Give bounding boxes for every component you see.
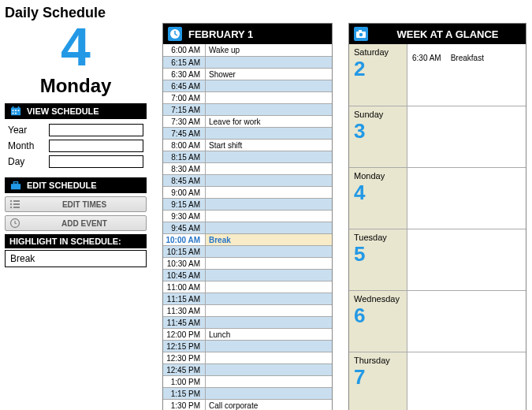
week-day-content <box>407 168 526 229</box>
svg-rect-6 <box>13 113 14 114</box>
schedule-row[interactable]: 1:15 PM <box>163 387 332 399</box>
week-day[interactable]: Thursday7 <box>349 352 526 410</box>
event-cell <box>206 305 332 316</box>
svg-point-20 <box>359 33 363 36</box>
svg-rect-15 <box>13 207 20 208</box>
schedule-row[interactable]: 6:30 AMShower <box>163 68 332 80</box>
event-cell <box>206 388 332 399</box>
time-cell: 12:45 PM <box>163 364 206 375</box>
schedule-row[interactable]: 10:15 AM <box>163 245 332 257</box>
time-cell: 12:00 PM <box>163 329 206 340</box>
week-day[interactable]: Saturday26:30 AMBreakfast <box>349 44 526 106</box>
event-cell <box>206 281 332 293</box>
week-day[interactable]: Tuesday5 <box>349 229 526 290</box>
schedule-row[interactable]: 11:00 AM <box>163 281 332 293</box>
event-cell <box>206 222 332 233</box>
week-glance: WEEK AT A GLANCE Saturday26:30 AMBreakfa… <box>348 23 526 410</box>
schedule-row[interactable]: 6:45 AM <box>163 80 332 91</box>
schedule-row[interactable]: 8:45 AM <box>163 174 332 186</box>
year-input[interactable] <box>49 124 143 136</box>
svg-point-12 <box>10 203 12 205</box>
event-cell <box>206 376 332 387</box>
event-cell: Call corporate <box>206 400 332 410</box>
list-icon <box>9 199 21 210</box>
edit-times-button[interactable]: EDIT TIMES <box>5 196 147 212</box>
schedule-row[interactable]: 9:30 AM <box>163 210 332 222</box>
schedule-row[interactable]: 12:45 PM <box>163 363 332 375</box>
event-cell <box>206 151 332 162</box>
week-header: WEEK AT A GLANCE <box>349 24 526 44</box>
event-cell: Leave for work <box>206 116 332 127</box>
add-event-button[interactable]: ADD EVENT <box>5 215 147 231</box>
date-number: 4 <box>5 20 147 73</box>
time-cell: 10:45 AM <box>163 270 206 281</box>
time-cell: 10:00 AM <box>163 234 206 245</box>
schedule-row[interactable]: 10:30 AM <box>163 257 332 269</box>
month-input[interactable] <box>49 140 143 152</box>
svg-rect-2 <box>18 106 20 109</box>
time-cell: 10:15 AM <box>163 246 206 257</box>
svg-rect-8 <box>11 184 20 189</box>
svg-point-10 <box>10 200 12 202</box>
week-day[interactable]: Wednesday6 <box>349 290 526 352</box>
schedule-row[interactable]: 12:00 PMLunch <box>163 328 332 340</box>
week-day-name: Monday <box>354 171 402 181</box>
schedule-row[interactable]: 1:00 PM <box>163 375 332 387</box>
schedule-row[interactable]: 9:00 AM <box>163 186 332 198</box>
week-day-name: Sunday <box>354 110 402 119</box>
week-day[interactable]: Monday4 <box>349 167 526 229</box>
schedule-row[interactable]: 1:30 PMCall corporate <box>163 399 332 410</box>
svg-point-14 <box>10 207 12 208</box>
day-label: Day <box>8 156 49 167</box>
event-cell <box>206 175 332 186</box>
schedule-row[interactable]: 9:15 AM <box>163 198 332 210</box>
schedule-row[interactable]: 11:30 AM <box>163 304 332 316</box>
week-day[interactable]: Sunday3 <box>349 106 526 167</box>
event-cell <box>206 199 332 210</box>
schedule-row[interactable]: 7:45 AM <box>163 127 332 139</box>
day-input[interactable] <box>49 155 143 168</box>
schedule-row[interactable]: 7:30 AMLeave for work <box>163 115 332 127</box>
schedule-row[interactable]: 12:30 PM <box>163 352 332 363</box>
time-cell: 11:45 AM <box>163 317 206 328</box>
event-cell <box>206 364 332 375</box>
sidebar: 4 Monday VIEW SCHEDULE Year Month Day ED… <box>5 23 147 410</box>
schedule-row[interactable]: 7:00 AM <box>163 91 332 103</box>
schedule-row[interactable]: 10:00 AMBreak <box>163 233 332 245</box>
schedule-row[interactable]: 11:15 AM <box>163 293 332 304</box>
schedule-row[interactable]: 6:15 AM <box>163 56 332 68</box>
schedule-row[interactable]: 10:45 AM <box>163 269 332 281</box>
year-label: Year <box>8 125 49 136</box>
event-cell: Shower <box>206 69 332 80</box>
time-cell: 9:30 AM <box>163 211 206 222</box>
schedule-row[interactable]: 12:15 PM <box>163 340 332 352</box>
time-cell: 8:15 AM <box>163 151 206 162</box>
week-day-content <box>407 291 526 352</box>
daily-header: FEBRUARY 1 <box>163 24 332 44</box>
svg-rect-1 <box>13 106 14 109</box>
schedule-row[interactable]: 9:45 AM <box>163 222 332 233</box>
event-cell <box>206 104 332 115</box>
schedule-row[interactable]: 11:45 AM <box>163 316 332 328</box>
schedule-row[interactable]: 8:00 AMStart shift <box>163 139 332 151</box>
schedule-row[interactable]: 7:15 AM <box>163 103 332 115</box>
svg-rect-19 <box>359 30 362 32</box>
daily-schedule: FEBRUARY 1 6:00 AMWake up6:15 AM6:30 AMS… <box>162 23 333 410</box>
week-event: 6:30 AMBreakfast <box>412 54 521 62</box>
time-cell: 7:45 AM <box>163 128 206 139</box>
event-cell <box>206 317 332 328</box>
event-cell <box>206 246 332 257</box>
daily-header-label: FEBRUARY 1 <box>188 28 253 40</box>
time-cell: 7:00 AM <box>163 92 206 103</box>
event-cell: Lunch <box>206 329 332 340</box>
highlight-value[interactable]: Break <box>5 250 147 267</box>
week-day-number: 3 <box>354 121 402 141</box>
event-cell <box>206 258 332 269</box>
schedule-row[interactable]: 6:00 AMWake up <box>163 44 332 56</box>
week-day-content <box>407 352 526 410</box>
week-day-content <box>407 229 526 290</box>
schedule-row[interactable]: 8:15 AM <box>163 151 332 162</box>
week-day-content <box>407 106 526 167</box>
svg-rect-3 <box>13 110 14 111</box>
schedule-row[interactable]: 8:30 AM <box>163 162 332 174</box>
